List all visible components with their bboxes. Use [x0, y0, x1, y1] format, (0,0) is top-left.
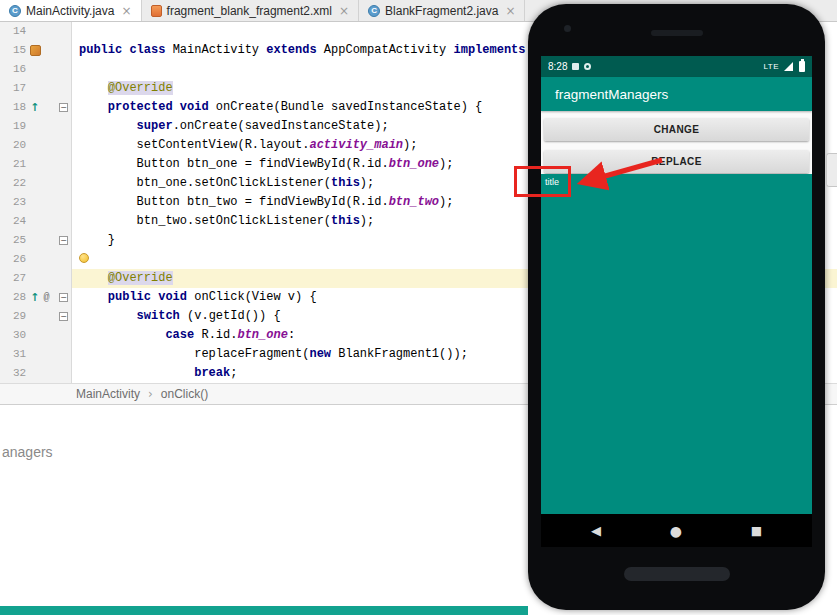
java-class-icon: C [368, 5, 380, 17]
gutter: 30 [0, 326, 56, 345]
breadcrumb-item[interactable]: MainActivity [76, 387, 140, 401]
fold-column [56, 193, 72, 212]
java-class-icon: C [9, 5, 21, 17]
line-number: 28 [13, 288, 26, 307]
line-number: 23 [13, 193, 26, 212]
tab-label: BlankFragment2.java [385, 4, 498, 18]
gutter: 16 [0, 60, 56, 79]
home-button[interactable]: ● [670, 524, 682, 538]
fold-column [56, 212, 72, 231]
gutter: 24 [0, 212, 56, 231]
line-number: 30 [13, 326, 26, 345]
notification-icon [584, 63, 591, 70]
network-type-text: LTE [763, 62, 779, 71]
fold-column [56, 136, 72, 155]
gutter: 29 [0, 307, 56, 326]
status-bar: 8:28 LTE [541, 56, 812, 77]
fold-marker-icon[interactable]: − [59, 312, 68, 321]
console-text: anagers [2, 444, 53, 460]
gutter: 31 [0, 345, 56, 364]
xml-file-icon [151, 5, 162, 17]
bottom-teal-strip [0, 606, 528, 615]
fold-column [56, 117, 72, 136]
fold-column: − [56, 98, 72, 117]
line-number: 15 [13, 41, 26, 60]
screenshot-root: CMainActivity.java×fragment_blank_fragme… [0, 0, 837, 615]
class-gutter-icon[interactable] [30, 45, 41, 56]
gutter: 19 [0, 117, 56, 136]
line-number: 29 [13, 307, 26, 326]
fold-column [56, 326, 72, 345]
gutter: 17 [0, 79, 56, 98]
fold-column [56, 60, 72, 79]
phone-device: 8:28 LTE fragmentManagers CHANGEREPLACE … [528, 4, 825, 610]
fragment-container: title [541, 174, 812, 514]
breadcrumb-item[interactable]: onClick() [161, 387, 208, 401]
app-bar: fragmentManagers [541, 77, 812, 111]
close-icon[interactable]: × [339, 5, 349, 17]
line-number: 20 [13, 136, 26, 155]
android-button-change[interactable]: CHANGE [544, 118, 809, 141]
line-number: 27 [13, 269, 26, 288]
fold-marker-icon[interactable]: − [59, 103, 68, 112]
close-icon[interactable]: × [121, 5, 131, 17]
gutter: 21 [0, 155, 56, 174]
intention-bulb-icon[interactable] [79, 253, 89, 263]
line-number: 14 [13, 22, 26, 41]
fold-column: − [56, 288, 72, 307]
battery-icon [799, 61, 805, 72]
line-number: 16 [13, 60, 26, 79]
back-button[interactable]: ◀ [591, 524, 601, 537]
breadcrumb-separator: › [148, 387, 153, 401]
fold-column [56, 22, 72, 41]
fold-column [56, 155, 72, 174]
overrides-method-icon[interactable]: ↑ [30, 288, 39, 307]
line-number: 17 [13, 79, 26, 98]
annotation-arrow-icon [562, 150, 670, 196]
line-number: 26 [13, 250, 26, 269]
fold-column [56, 174, 72, 193]
gutter: 20 [0, 136, 56, 155]
fold-marker-icon[interactable]: − [59, 293, 68, 302]
editor-tab[interactable]: CBlankFragment2.java× [359, 0, 525, 21]
gutter: 23 [0, 193, 56, 212]
line-number: 19 [13, 117, 26, 136]
editor-tab[interactable]: fragment_blank_fragment2.xml× [142, 0, 359, 21]
gutter: 25 [0, 231, 56, 250]
editor-tab[interactable]: CMainActivity.java× [0, 0, 142, 21]
fold-marker-icon[interactable]: − [59, 236, 68, 245]
speaker-grille [624, 567, 730, 581]
gutter: 26 [0, 250, 56, 269]
fold-column [56, 79, 72, 98]
line-number: 31 [13, 345, 26, 364]
line-number: 18 [13, 98, 26, 117]
gutter: 15 [0, 41, 56, 60]
tab-label: MainActivity.java [26, 4, 114, 18]
gutter: 28↑@ [0, 288, 56, 307]
overrides-method-icon[interactable]: ↑ [30, 98, 39, 117]
line-number: 32 [13, 364, 26, 383]
earpiece-icon [651, 30, 703, 36]
gutter: 18↑ [0, 98, 56, 117]
clock-text: 8:28 [548, 61, 567, 72]
fold-column [56, 41, 72, 60]
signal-icon [784, 62, 793, 71]
fold-column [56, 364, 72, 383]
line-number: 21 [13, 155, 26, 174]
line-number: 22 [13, 174, 26, 193]
gutter: 32 [0, 364, 56, 383]
notification-icon [572, 63, 579, 70]
fold-column: − [56, 231, 72, 250]
recents-button[interactable]: ■ [751, 525, 762, 537]
fold-column [56, 345, 72, 364]
annotation-gutter-icon[interactable]: @ [43, 288, 49, 307]
app-title: fragmentManagers [555, 87, 668, 102]
front-camera-icon [564, 25, 571, 32]
gutter: 27 [0, 269, 56, 288]
close-icon[interactable]: × [505, 5, 515, 17]
navigation-bar: ◀ ● ■ [541, 514, 812, 547]
fold-column: − [56, 307, 72, 326]
gutter: 14 [0, 22, 56, 41]
gutter: 22 [0, 174, 56, 193]
line-number: 25 [13, 231, 26, 250]
